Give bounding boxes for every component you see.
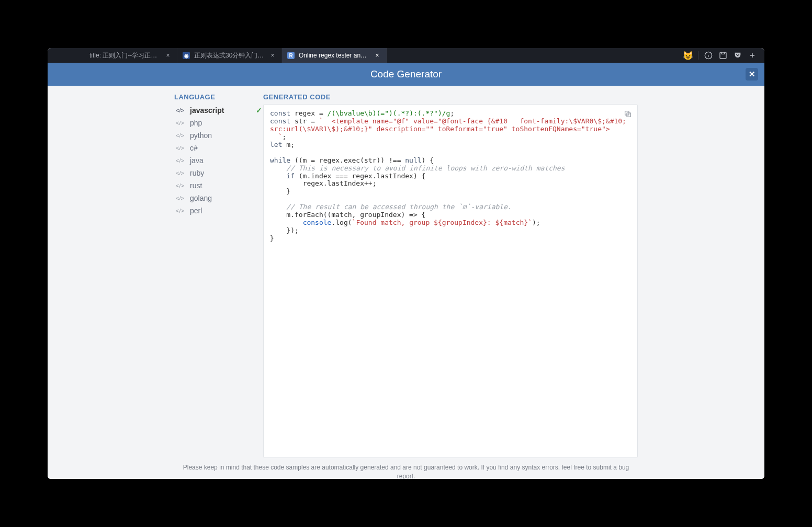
language-item-c#[interactable]: </>c# (174, 142, 263, 154)
language-sidebar: LANGUAGE </>javascript✓</>php</>python</… (174, 91, 263, 458)
code-box: const regex = /(\bvalue\b)(=")(.*?):(.*?… (263, 104, 638, 458)
language-label: php (190, 119, 202, 127)
new-tab-icon[interactable] (748, 51, 757, 60)
language-item-javascript[interactable]: </>javascript✓ (174, 104, 263, 117)
browser-tab-2[interactable]: R Online regex tester and de... × (282, 48, 387, 63)
close-icon[interactable]: × (269, 52, 276, 59)
tab-title: title: 正则入门--学习正则如此有趣 (89, 51, 160, 60)
code-icon: </> (175, 145, 185, 151)
modal-close-button[interactable]: ✕ (746, 68, 758, 81)
language-label: python (190, 131, 212, 140)
sidebar-title: LANGUAGE (174, 91, 263, 104)
tab-favicon: ◉ (183, 52, 190, 59)
modal-title: Code Generator (370, 68, 442, 80)
tab-title: 正则表达式30分钟入门教程 -... (194, 51, 265, 60)
language-label: golang (190, 194, 212, 202)
tab-favicon: R (287, 52, 295, 59)
language-item-python[interactable]: </>python (174, 129, 263, 142)
language-label: javascript (190, 106, 224, 114)
toolbar-right: 😺 (683, 48, 761, 63)
code-icon: </> (175, 170, 185, 176)
language-item-ruby[interactable]: </>ruby (174, 167, 263, 179)
app-window: title: 正则入门--学习正则如此有趣 × ◉ 正则表达式30分钟入门教程 … (48, 48, 764, 479)
language-item-perl[interactable]: </>perl (174, 204, 263, 217)
svg-rect-3 (720, 52, 726, 59)
language-label: perl (190, 207, 202, 215)
close-icon[interactable]: × (164, 52, 172, 59)
tab-favicon (78, 52, 85, 59)
info-icon[interactable] (704, 51, 713, 60)
language-item-golang[interactable]: </>golang (174, 192, 263, 204)
panel-title: GENERATED CODE (263, 91, 638, 104)
save-icon[interactable] (718, 51, 728, 60)
language-label: c# (190, 144, 198, 152)
language-item-rust[interactable]: </>rust (174, 179, 263, 192)
generated-code-panel: GENERATED CODE const regex = /(\bvalue\b… (263, 91, 638, 458)
code-icon: </> (175, 157, 185, 164)
pocket-icon[interactable] (733, 51, 742, 60)
language-label: rust (190, 181, 202, 190)
code-icon: </> (175, 132, 185, 139)
language-label: ruby (190, 169, 204, 177)
modal: Code Generator ✕ LANGUAGE </>javascript✓… (48, 63, 764, 479)
language-label: java (190, 156, 204, 165)
code-icon: </> (175, 195, 185, 201)
browser-tab-0[interactable]: title: 正则入门--学习正则如此有趣 × (73, 48, 177, 63)
copy-icon[interactable] (623, 109, 633, 119)
tab-title: Online regex tester and de... (299, 52, 369, 59)
generated-code[interactable]: const regex = /(\bvalue\b)(=")(.*?):(.*?… (270, 110, 631, 243)
modal-header: Code Generator ✕ (48, 63, 764, 86)
browser-tab-1[interactable]: ◉ 正则表达式30分钟入门教程 -... × (177, 48, 282, 63)
code-icon: </> (175, 208, 185, 214)
language-item-php[interactable]: </>php (174, 117, 263, 129)
close-icon[interactable]: × (374, 52, 381, 59)
modal-footer: Please keep in mind that these code samp… (48, 458, 764, 479)
code-icon: </> (175, 182, 185, 189)
footer-line-1: Please keep in mind that these code samp… (173, 463, 639, 479)
modal-content: LANGUAGE </>javascript✓</>php</>python</… (48, 86, 764, 458)
browser-tabbar: title: 正则入门--学习正则如此有趣 × ◉ 正则表达式30分钟入门教程 … (48, 48, 764, 63)
extension-icon[interactable]: 😺 (683, 51, 693, 60)
language-item-java[interactable]: </>java (174, 154, 263, 167)
code-icon: </> (175, 107, 185, 113)
code-icon: </> (175, 120, 185, 126)
separator (698, 51, 698, 60)
check-icon: ✓ (256, 106, 262, 114)
